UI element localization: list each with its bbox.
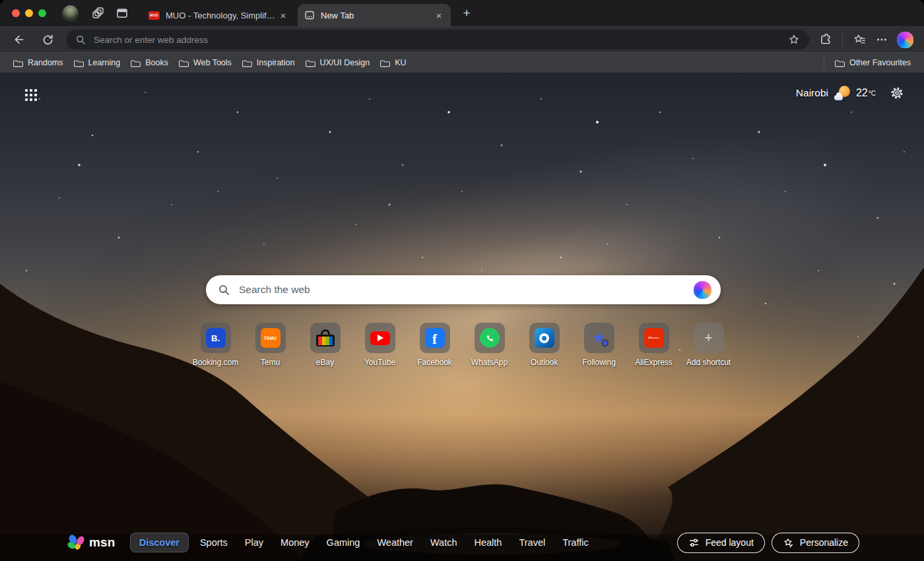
- nav-item-discover[interactable]: Discover: [130, 533, 189, 552]
- shortcut-tile: AliExpress: [639, 323, 669, 353]
- personalize-button[interactable]: Personalize: [772, 533, 859, 553]
- folder-icon: [13, 59, 23, 67]
- toolbar-right-cluster: [816, 30, 916, 50]
- msn-feed-footer: msn Discover Sports Play Money Gaming We…: [0, 529, 924, 556]
- shortcut-facebook[interactable]: f Facebook: [407, 323, 462, 367]
- workspaces-icon[interactable]: [89, 4, 108, 22]
- nav-item-sports[interactable]: Sports: [194, 533, 234, 552]
- shortcut-label: Add shortcut: [686, 358, 731, 367]
- star-pencil-icon: [783, 537, 794, 548]
- shortcut-temu[interactable]: TEMU Temu: [243, 323, 298, 367]
- weather-unit: °C: [869, 90, 876, 97]
- msn-logo[interactable]: msn: [69, 535, 116, 550]
- nav-item-watch[interactable]: Watch: [424, 533, 463, 552]
- search-placeholder: Search the web: [239, 284, 691, 296]
- nav-item-play[interactable]: Play: [239, 533, 269, 552]
- following-badge: [601, 339, 609, 346]
- msn-butterfly-icon: [69, 535, 86, 550]
- folder-icon: [179, 59, 189, 67]
- sliders-icon: [688, 537, 700, 548]
- new-tab-button[interactable]: +: [457, 4, 476, 22]
- shortcut-label: eBay: [316, 358, 334, 367]
- nav-item-traffic[interactable]: Traffic: [556, 533, 594, 552]
- folder-icon: [306, 59, 315, 67]
- personalize-label: Personalize: [800, 537, 848, 548]
- other-favourites-folder[interactable]: Other Favourites: [830, 55, 916, 70]
- nav-item-health[interactable]: Health: [469, 533, 508, 552]
- close-window-button[interactable]: [12, 9, 20, 17]
- bookmark-star-icon[interactable]: [784, 30, 804, 50]
- bookmark-folder-inspiration[interactable]: Inspiration: [237, 55, 300, 70]
- copilot-icon[interactable]: [694, 281, 711, 299]
- zoom-window-button[interactable]: [38, 9, 46, 17]
- shortcut-whatsapp[interactable]: WhatsApp: [462, 323, 517, 367]
- bookmark-folder-ku[interactable]: KU: [375, 55, 411, 70]
- toolbar: Search or enter web address: [0, 26, 924, 52]
- shortcut-ebay[interactable]: eBay: [298, 323, 352, 367]
- nav-item-weather[interactable]: Weather: [371, 533, 419, 552]
- add-shortcut-button[interactable]: + Add shortcut: [681, 323, 736, 367]
- shortcut-booking[interactable]: B. Booking.com: [188, 323, 243, 367]
- nav-item-travel[interactable]: Travel: [513, 533, 551, 552]
- shortcut-tile: [310, 323, 341, 353]
- tab-label: New Tab: [321, 11, 432, 20]
- settings-menu-icon[interactable]: [872, 30, 892, 50]
- nav-item-gaming[interactable]: Gaming: [321, 533, 366, 552]
- app-launcher-grid-icon[interactable]: [24, 88, 38, 102]
- copilot-icon[interactable]: [897, 32, 913, 48]
- web-search-bar[interactable]: Search the web: [206, 275, 721, 304]
- outlook-icon: [535, 328, 554, 348]
- ebay-icon: [316, 329, 335, 346]
- back-button[interactable]: [9, 30, 28, 50]
- folder-icon: [380, 59, 390, 67]
- booking-icon: B.: [206, 328, 226, 348]
- shortcut-label: Temu: [261, 358, 280, 367]
- tab-close-icon[interactable]: ×: [277, 9, 290, 22]
- shortcut-youtube[interactable]: YouTube: [352, 323, 407, 367]
- favorites-icon[interactable]: [849, 30, 869, 50]
- search-icon: [75, 34, 86, 46]
- bookmark-label: Randoms: [28, 58, 63, 67]
- feed-layout-label: Feed layout: [706, 537, 754, 548]
- bookmark-label: UX/UI Design: [320, 58, 370, 67]
- bookmark-label: Learning: [88, 58, 121, 67]
- bookmarks-divider: [824, 57, 824, 68]
- youtube-icon: [370, 331, 390, 345]
- shortcut-label: WhatsApp: [471, 358, 508, 367]
- shortcut-following[interactable]: ★ Following: [572, 323, 626, 367]
- refresh-button[interactable]: [38, 30, 57, 50]
- bookmark-folder-randoms[interactable]: Randoms: [8, 55, 69, 70]
- extensions-icon[interactable]: [816, 30, 836, 50]
- tab-new-tab[interactable]: New Tab ×: [298, 4, 451, 26]
- bookmark-label: Other Favourites: [849, 58, 911, 67]
- shortcut-label: Following: [582, 358, 616, 367]
- bookmark-folder-web-tools[interactable]: Web Tools: [174, 55, 237, 70]
- page-settings-gear-icon[interactable]: [888, 84, 906, 102]
- weather-temperature: 22: [856, 87, 868, 99]
- whatsapp-icon: [480, 328, 500, 348]
- tab-close-icon[interactable]: ×: [432, 9, 446, 22]
- toolbar-divider: [842, 33, 843, 46]
- shortcut-tile: f: [420, 323, 450, 353]
- address-bar[interactable]: Search or enter web address: [66, 30, 809, 50]
- tab-actions-icon[interactable]: [113, 4, 131, 22]
- footer-actions: Feed layout Personalize: [677, 533, 859, 553]
- weather-city: Nairobi: [796, 87, 828, 99]
- bookmark-folder-learning[interactable]: Learning: [69, 55, 126, 70]
- bookmark-folder-uxui-design[interactable]: UX/UI Design: [300, 55, 376, 70]
- minimize-window-button[interactable]: [25, 9, 33, 17]
- weather-widget[interactable]: Nairobi 22°C: [796, 84, 906, 102]
- shortcut-aliexpress[interactable]: AliExpress AliExpress: [626, 323, 681, 367]
- search-icon: [218, 284, 230, 296]
- profile-avatar[interactable]: [62, 5, 79, 22]
- bookmarks-bar: Randoms Learning Books Web Tools Inspira…: [0, 52, 924, 73]
- shortcut-tile: [529, 323, 560, 353]
- folder-icon: [131, 59, 141, 67]
- tab-muo[interactable]: MUO MUO - Technology, Simplified. ×: [142, 4, 295, 26]
- shortcut-label: AliExpress: [635, 358, 673, 367]
- nav-item-money[interactable]: Money: [275, 533, 315, 552]
- feed-layout-button[interactable]: Feed layout: [677, 533, 765, 553]
- bookmark-label: Inspiration: [257, 58, 295, 67]
- bookmark-folder-books[interactable]: Books: [125, 55, 174, 70]
- shortcut-outlook[interactable]: Outlook: [517, 323, 572, 367]
